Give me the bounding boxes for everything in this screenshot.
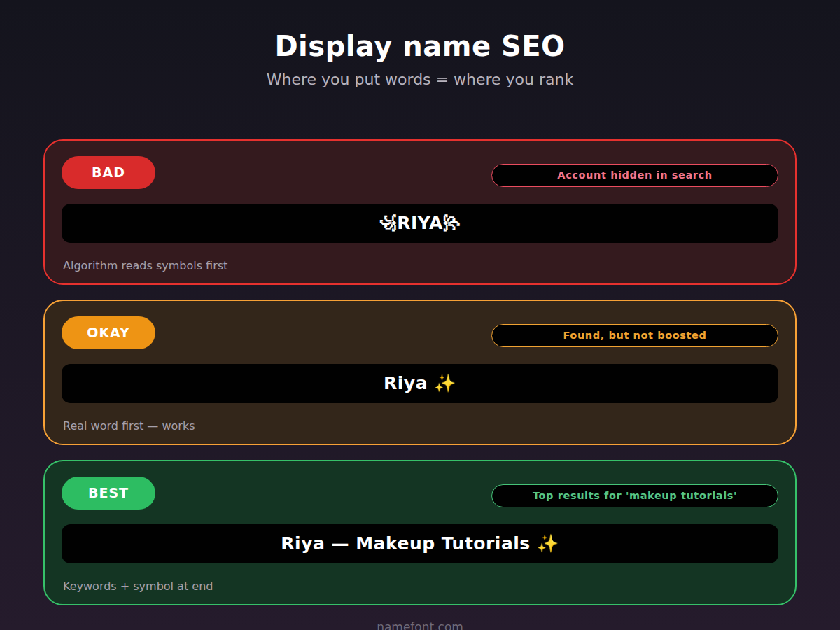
card-caption-bad: Algorithm reads symbols first [63,259,778,273]
display-name-text-okay: Riya ✨ [384,373,456,393]
status-pill-best: Top results for 'makeup tutorials' [491,484,778,507]
card-caption-okay: Real word first — works [63,419,778,433]
card-caption-best: Keywords + symbol at end [63,580,778,594]
card-okay-top-row: OKAY Found, but not boosted [62,316,778,349]
page-title: Display name SEO [0,29,840,63]
card-okay: OKAY Found, but not boosted Riya ✨ Real … [43,300,797,445]
display-name-text-best: Riya — Makeup Tutorials ✨ [281,533,559,554]
card-best: BEST Top results for 'makeup tutorials' … [43,460,797,606]
display-name-bar-bad: ꧁RIYA꧂ [62,204,778,243]
card-best-top-row: BEST Top results for 'makeup tutorials' [62,477,778,510]
grade-badge-best: BEST [62,477,155,510]
cards-container: BAD Account hidden in search ꧁RIYA꧂ Algo… [43,139,797,606]
display-name-text-bad: ꧁RIYA꧂ [379,213,461,233]
page-subtitle: Where you put words = where you rank [0,70,840,90]
card-bad-top-row: BAD Account hidden in search [62,156,778,189]
footer-url: namefont.com [0,620,840,630]
status-pill-bad: Account hidden in search [491,164,778,187]
status-pill-okay: Found, but not boosted [491,324,778,347]
display-name-bar-best: Riya — Makeup Tutorials ✨ [62,524,778,564]
grade-badge-okay: OKAY [62,316,155,349]
page-header: Display name SEO Where you put words = w… [0,0,840,90]
display-name-bar-okay: Riya ✨ [62,364,778,403]
card-bad: BAD Account hidden in search ꧁RIYA꧂ Algo… [43,139,797,285]
grade-badge-bad: BAD [62,156,155,189]
